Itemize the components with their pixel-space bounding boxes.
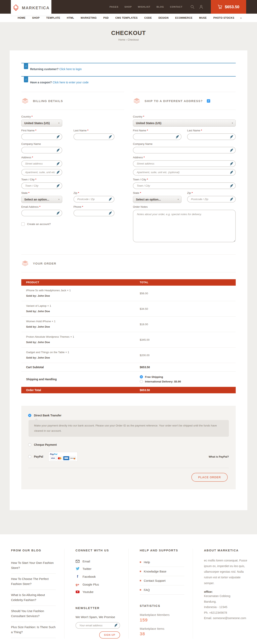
notice-coupon: i Have a coupon? Click here to enter you… [21,76,236,90]
main-nav-item[interactable]: CMS TEMPLATES [115,16,138,19]
top-nav-item[interactable]: BLOG [156,6,164,8]
help-link[interactable]: Knowladge Base [140,567,184,576]
help-link[interactable]: FAQ [140,585,184,594]
subtotal-row: Cart Subtotal $653.50 [21,363,236,372]
table-row: Women Hold iPhone × 1 Sold by: John Doe … [21,316,236,332]
main-nav-item[interactable]: HTML [67,16,74,19]
order-total-value: $653.50 [135,387,236,394]
ship-different-checkbox[interactable] [207,99,210,103]
google-plus-icon: g+ [76,583,80,586]
main-nav-item[interactable]: PHOTO STOCKS [214,16,234,19]
square-bullet-icon [140,580,141,581]
checkout-card: i Returning customer? Click here to logi… [10,50,247,510]
login-link[interactable]: Click here to login [59,68,82,71]
sign-up-button[interactable]: SIGN UP [99,631,120,638]
newsletter-email-input[interactable] [76,622,120,629]
radio-paypal[interactable] [28,455,31,458]
table-row: Variant of Laptop × 1 Sold by: John Doe … [21,301,236,316]
shipping-street-input[interactable] [133,160,236,167]
shipping-apartment-input[interactable] [133,169,236,176]
cart-total: $653.50 [225,4,239,9]
youtube-icon [76,590,80,593]
square-bullet-icon [140,589,141,590]
product-total: $345.00 [135,332,236,348]
main-nav-item[interactable]: TEMPLATE [46,16,60,19]
top-nav-item[interactable]: PAGES [110,6,118,8]
social-google-plus[interactable]: g+ Google Plus [76,581,120,588]
radio-free-shipping[interactable] [140,375,143,378]
office-line: Bandung. [204,599,248,605]
blog-link[interactable]: Should You Use Fashion Consultant Servic… [11,606,56,622]
shipping-first-name-field: First Name * [133,129,182,140]
shipping-zip-input[interactable] [187,196,236,202]
top-nav: PAGESSHOPWISHLISTBLOGCONTACT [110,6,182,8]
breadcrumb-home[interactable]: Home [118,38,125,41]
logo[interactable]: MARKETICA [11,0,52,16]
top-nav-item[interactable]: WISHLIST [138,6,150,8]
main-nav-item[interactable]: SHOP [32,16,40,19]
social-youtube[interactable]: Youtube [76,588,120,596]
info-icon: i [24,63,28,69]
main-nav-item[interactable]: DESIGN [158,16,168,19]
top-nav-item[interactable]: SHOP [124,6,132,8]
checkout-page: MARKETICA PAGESSHOPWISHLISTBLOGCONTACT $… [0,0,257,644]
blog-link[interactable]: Plus Size Fashion: Is There Such a Thing… [11,622,56,638]
nav-more-chevrons[interactable]: » [240,16,242,20]
your-order-heading-label: YOUR ORDER [33,262,56,265]
what-is-paypal-link[interactable]: What is PayPal? [209,455,229,458]
social-twitter[interactable]: Twitter [76,565,120,572]
email-icon [76,560,80,563]
main-nav-item[interactable]: MUSE [199,16,207,19]
radio-international-delivery[interactable] [140,380,143,383]
shipping-last-name-input[interactable] [187,134,236,140]
product-title: iPhone 5s with Headphones Jack × 1 [26,289,130,292]
twitter-icon [76,567,80,570]
pen-icon [56,211,60,215]
product-total: $56.00 [135,286,236,301]
main-nav-item[interactable]: ECOMMERCE [175,16,192,19]
help-link[interactable]: Help [140,558,184,567]
shipping-zip-field: Zip * [187,192,236,203]
cart-button[interactable]: $653.50 [211,0,246,14]
shipping-heading: SHIP TO A DIFFERENT ADDRESS? [133,92,236,110]
billing-country-select[interactable]: United States (US) ▼ [21,120,62,126]
pen-icon [56,170,60,174]
shipping-town-input[interactable] [133,182,236,189]
social-email[interactable]: Email [76,558,120,565]
social-facebook[interactable]: f Facebook [76,572,120,581]
blog-link[interactable]: What is So Alluring About Celebrity Fash… [11,590,56,606]
billing-last-name-field: Last Name * [74,129,114,140]
main-nav-item[interactable]: PSD [103,16,108,19]
shipping-state-select[interactable]: Select an option... ▼ [133,196,182,203]
search-icon[interactable] [190,5,194,9]
radio-cheque-payment[interactable] [28,443,31,446]
radio-direct-bank-transfer[interactable] [28,414,31,417]
chevron-down-icon: ▼ [177,198,179,200]
order-notes-textarea[interactable] [133,210,236,242]
shipping-company-input[interactable] [133,147,236,154]
main-nav-item[interactable]: CODE [144,16,152,19]
table-row: Gadget and Things on the Table × 1 Sold … [21,348,236,363]
user-icon[interactable] [199,4,204,9]
help-link[interactable]: Contact Support [140,576,184,585]
about-text: ec mollis lorem consequat. Fusce ipsum e… [204,558,248,586]
office-label: office: [204,590,248,594]
footer-about-title: ABOUT MARKETICA [204,549,248,552]
top-nav-item[interactable]: CONTACT [170,6,182,8]
footer-connect-column: CONNECT WITH US Email Twitter f Facebook… [64,549,128,638]
coupon-link[interactable]: Click here to enter your code [52,81,88,84]
blog-link[interactable]: How To Choose The Perfect Fashion Store? [11,574,56,590]
main-nav-item[interactable]: HOME [18,16,26,19]
billing-state-select[interactable]: Select an option... ▼ [21,196,62,203]
pen-icon [230,148,233,152]
footer-blog-title: FROM OUR BLOG [11,549,56,552]
members-label: Marketplace Members [140,613,184,616]
shipping-first-name-input[interactable] [133,134,182,140]
shipping-country-select[interactable]: United States (US) ▼ [133,120,236,126]
main-nav-item[interactable]: MARKETING [81,16,96,19]
shipping-address-field: Address * [133,156,236,176]
visa-card-icon: VISA [50,456,56,460]
create-account-checkbox[interactable] [21,222,25,226]
place-order-button[interactable]: PLACE ORDER [191,473,228,482]
blog-link[interactable]: How To Start Your Own Fashion Store? [11,558,56,574]
